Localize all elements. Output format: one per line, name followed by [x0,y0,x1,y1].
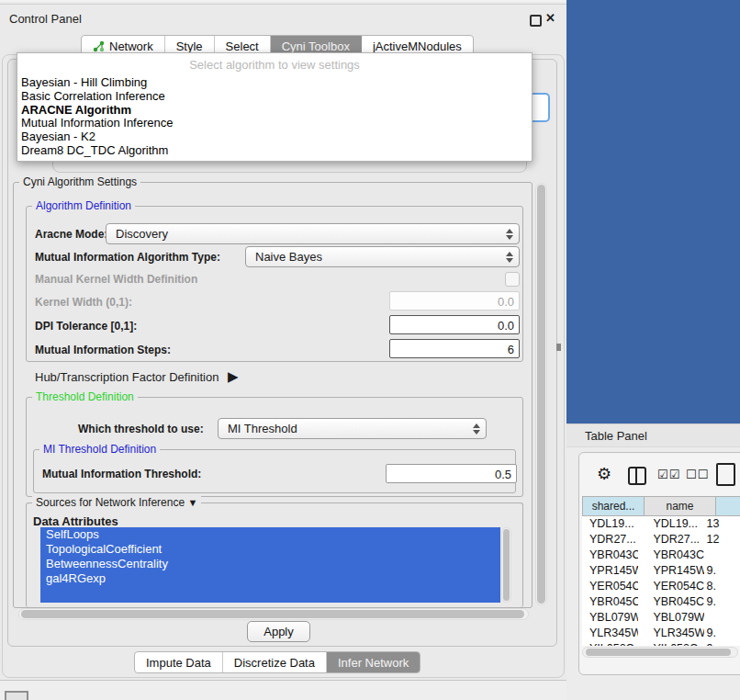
table-panel-title: Table Panel [585,429,647,443]
table-row[interactable]: YBR045CYBR045C9. [582,594,740,610]
attribute-topologicalcoefficient[interactable]: TopologicalCoefficient [40,542,500,557]
table-cell: YBL079W [582,610,638,626]
table-cell: YBR045C [638,594,703,610]
tab-label: Infer Network [338,656,409,670]
column-header-name[interactable]: name [645,496,716,516]
table-row[interactable]: YIL052CYIL052C9 [582,641,740,646]
algorithm-option-basic-correlation-inference[interactable]: Basic Correlation Inference [17,90,532,104]
manual-kernel-checkbox[interactable] [505,272,520,287]
collapse-arrow-icon[interactable]: ▼ [187,497,197,508]
dpi-tolerance-field[interactable]: 0.0 [389,315,520,334]
expander-arrow-icon: ▶ [228,368,239,384]
sources-legend-text: Sources for Network Inference [36,496,185,509]
algorithm-option-aracne-algorithm[interactable]: ARACNE Algorithm [17,104,532,118]
close-icon[interactable]: ✕ [545,11,555,25]
table-header: shared...name [582,496,740,516]
settings-horizontal-scrollbar[interactable] [18,608,529,620]
apply-button[interactable]: Apply [247,621,310,642]
aracne-mode-label: Aracne Mode: [35,228,107,241]
table-cell: YPR145W [582,563,638,579]
attribute-selfloops[interactable]: SelfLoops [40,527,500,542]
table-cell: 9. [704,563,740,579]
hub-definition-expander[interactable]: Hub/Transcription Factor Definition ▶ [35,368,239,385]
table-rows: YDL19...YDL19...13YDR27...YDR27...12YBR0… [582,516,740,646]
threshold-definition-legend: Threshold Definition [32,390,138,403]
table-cell: 9. [704,594,740,610]
table-row[interactable]: YER054CYER054C8. [582,579,740,594]
table-panel-titlebar: Table Panel [566,423,740,447]
column-header-2[interactable] [716,496,740,516]
which-threshold-label: Which threshold to use: [78,423,204,435]
mi-steps-field[interactable]: 6 [389,339,520,358]
gear-icon[interactable]: ⚙ [597,464,611,484]
network-icon [93,40,105,52]
tab-label: Network [109,40,153,53]
table-cell: YBL079W [638,610,703,626]
bottom-tab-discretize-data[interactable]: Discretize Data [223,652,327,672]
mi-threshold-field[interactable]: 0.5 [386,464,517,483]
table-cell: YLR345W [582,626,638,641]
bottom-tab-bar: Impute DataDiscretize DataInfer Network [134,651,420,673]
bottom-tab-infer-network[interactable]: Infer Network [327,652,420,672]
table-row[interactable]: YDR27...YDR27...12 [582,532,740,548]
attributes-scrollbar[interactable] [501,527,511,603]
table-row[interactable]: YDL19...YDL19...13 [582,516,740,532]
settings-vertical-scrollbar[interactable] [535,183,547,605]
table-cell: YIL052C [582,641,638,646]
kernel-width-label: Kernel Width (0,1): [35,296,132,309]
app-root: Control Panel ✕ NetworkStyleSelectCyni T… [0,0,740,700]
table-cell: YBR045C [582,594,638,610]
algorithm-definition-legend: Algorithm Definition [32,199,135,212]
table-cell: YPR145W [638,563,703,579]
tab-label: Discretize Data [234,656,315,670]
table-cell: YDR27... [638,532,703,548]
tab-label: Cyni Toolbox [282,40,350,53]
table-row[interactable]: YPR145WYPR145W9. [582,563,740,579]
algorithm-popup-prompt: Select algorithm to view settings [17,53,532,76]
table-cell: 9. [704,626,740,641]
stepper-arrows-icon [506,229,513,240]
bottom-tab-impute-data[interactable]: Impute Data [135,652,223,672]
bottom-strip [0,680,566,700]
formula-icon[interactable] [716,463,735,486]
control-panel: Control Panel ✕ NetworkStyleSelectCyni T… [0,0,566,700]
algorithm-option-dream8-dc-tdc-algorithm[interactable]: Dream8 DC_TDC Algorithm [17,144,532,158]
algorithm-option-bayesian-hill-climbing[interactable]: Bayesian - Hill Climbing [17,76,532,90]
kernel-width-field[interactable]: 0.0 [389,291,520,310]
dpi-tolerance-label: DPI Tolerance [0,1]: [35,320,137,333]
column-header-shared[interactable]: shared... [582,496,645,516]
which-threshold-select[interactable]: MI Threshold [218,418,487,439]
attribute-gal4rgexp[interactable]: gal4RGexp [40,571,500,586]
table-cell: 12 [704,532,740,548]
minimized-panel-icon[interactable] [5,691,28,700]
table-cell: YDR27... [582,532,638,548]
table-row[interactable]: YBL079WYBL079W [582,610,740,626]
attribute-betweennesscentrality[interactable]: BetweennessCentrality [40,557,500,571]
aracne-mode-select[interactable]: Discovery [106,223,520,244]
tab-label: Select [226,40,259,53]
float-icon[interactable] [530,15,542,27]
columns-icon[interactable] [628,467,646,485]
sources-legend: Sources for Network Inference ▼ [32,496,201,509]
stepper-arrows-icon [473,423,480,435]
table-cell [704,610,740,626]
hub-definition-label: Hub/Transcription Factor Definition [35,370,219,384]
table-horizontal-scrollbar[interactable] [582,647,738,658]
algorithm-popup: Select algorithm to view settings Bayesi… [17,52,533,162]
mi-type-label: Mutual Information Algorithm Type: [35,251,220,264]
table-cell: YDL19... [638,516,703,532]
divider-grip[interactable] [556,344,561,351]
tab-label: Impute Data [146,656,211,670]
algorithm-option-mutual-information-inference[interactable]: Mutual Information Inference [17,117,532,130]
mi-steps-label: Mutual Information Steps: [35,344,171,356]
deselect-all-icon[interactable]: ☐☐ [686,468,709,481]
table-cell: 9 [704,641,740,646]
select-all-icon[interactable]: ☑☑ [657,468,680,481]
mi-type-select[interactable]: Naive Bayes [245,246,520,267]
table-cell [704,548,740,563]
algorithm-option-bayesian-k2[interactable]: Bayesian - K2 [17,130,532,144]
table-cell: YLR345W [638,626,703,641]
table-row[interactable]: YBR043CYBR043C [582,548,740,563]
table-row[interactable]: YLR345WYLR345W9. [582,626,740,641]
table-cell: YDL19... [582,516,638,532]
